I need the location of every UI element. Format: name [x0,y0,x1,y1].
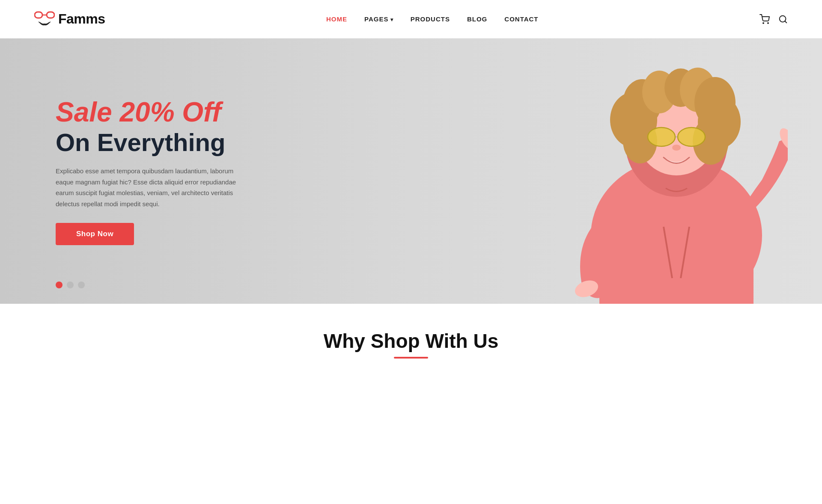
carousel-dot-3[interactable] [78,282,85,288]
nav-contact[interactable]: CONTACT [504,15,538,23]
hero-content: Sale 20% Off On Everything Explicabo ess… [0,97,300,245]
svg-point-6 [768,23,768,24]
main-nav: HOME PAGES PRODUCTS BLOG CONTACT [326,15,538,23]
hero-subtitle-text: On Everything [56,129,244,156]
logo-text: Famms [58,11,105,27]
nav-home[interactable]: HOME [326,15,347,23]
nav-icons [759,14,788,24]
svg-line-8 [785,21,786,23]
cart-icon [759,14,770,24]
svg-rect-0 [35,12,42,18]
hero-section: Sale 20% Off On Everything Explicabo ess… [0,39,822,304]
section-underline [394,357,428,359]
svg-rect-10 [599,218,754,304]
logo-icon [34,10,55,28]
carousel-dots [56,282,85,288]
carousel-dot-1[interactable] [56,282,63,288]
nav-pages[interactable]: PAGES [364,15,393,23]
hero-image-area [329,39,822,304]
logo[interactable]: Famms [34,10,105,28]
section-title: Why Shop With Us [9,329,813,353]
mustache-icon [37,21,52,28]
nav-products[interactable]: PRODUCTS [411,15,450,23]
nav-blog[interactable]: BLOG [467,15,487,23]
cart-button[interactable] [759,14,770,24]
header: Famms HOME PAGES PRODUCTS BLOG CONTACT [0,0,822,39]
hero-figure [565,56,788,304]
svg-point-32 [672,145,681,151]
svg-rect-1 [47,12,54,18]
carousel-dot-2[interactable] [67,282,74,288]
hero-description: Explicabo esse amet tempora quibusdam la… [56,166,244,209]
shop-now-button[interactable]: Shop Now [56,223,134,245]
why-shop-section: Why Shop With Us [0,304,822,371]
hero-sale-text: Sale 20% Off [56,97,244,127]
svg-point-5 [763,23,764,24]
search-button[interactable] [778,15,788,24]
search-icon [778,15,788,24]
